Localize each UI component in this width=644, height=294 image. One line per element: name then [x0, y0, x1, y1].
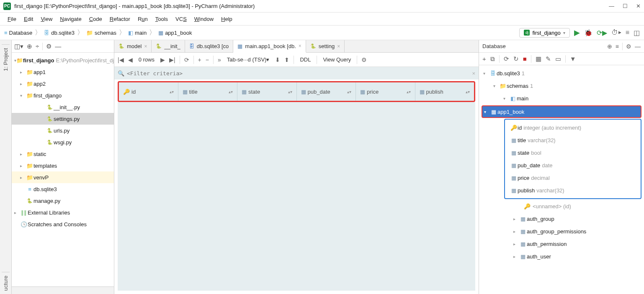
tree-item[interactable]: 🐍__init__.py [12, 101, 114, 113]
table-node-selected[interactable]: ▾▦ app1_book [482, 105, 641, 118]
remove-row-icon[interactable]: − [206, 56, 209, 63]
column-node[interactable]: ▦statebool [505, 146, 641, 159]
locate-icon[interactable]: ⊕ [27, 43, 32, 50]
tree-item-scratches[interactable]: 🕓Scratches and Consoles [12, 218, 114, 230]
close-tab-icon[interactable]: × [144, 43, 147, 49]
menu-help[interactable]: Help [218, 14, 236, 24]
table-body[interactable] [118, 102, 475, 291]
editor-tab[interactable]: 🗄db.sqlite3 [co [185, 40, 234, 52]
sync-icon[interactable]: ↻ [513, 55, 519, 63]
column-header[interactable]: ▦publish▴▾ [415, 82, 474, 101]
tree-item[interactable]: ▸📁app1 [12, 66, 114, 78]
menu-code[interactable]: Code [86, 14, 106, 24]
crumb-database[interactable]: ≡Database [4, 30, 32, 36]
menu-edit[interactable]: Edit [21, 14, 36, 24]
tree-item[interactable]: 🐍manage.py [12, 195, 114, 207]
first-row-icon[interactable]: |◀ [118, 56, 124, 63]
column-header[interactable]: ▦pub_date▴▾ [297, 82, 356, 101]
datasource-node[interactable]: ▾🗄 db.sqlite3 1 [479, 67, 644, 79]
hide-panel-icon[interactable]: — [55, 43, 61, 50]
stop-icon[interactable]: ■ [523, 55, 527, 62]
expand-icon[interactable]: ⊕ [607, 43, 612, 50]
next-row-icon[interactable]: ▶ [160, 56, 165, 63]
menu-run[interactable]: Run [134, 14, 151, 24]
table-node[interactable]: ▸▦auth_group_permissions [479, 225, 644, 238]
tree-item[interactable]: ▸📁app2 [12, 78, 114, 89]
hide-panel-icon[interactable]: — [635, 43, 641, 50]
refresh-icon[interactable]: ⟳ [504, 55, 509, 63]
column-node[interactable]: 🔑idinteger (auto increment) [505, 121, 641, 134]
tree-item[interactable]: ▸📁static [12, 148, 114, 160]
ddl-button[interactable]: DDL [298, 56, 312, 64]
edit-icon[interactable]: ✎ [546, 55, 551, 63]
gear-icon[interactable]: ⚙ [46, 43, 52, 50]
tree-item[interactable]: ▸📁templates [12, 160, 114, 171]
prev-row-icon[interactable]: ◀ [128, 56, 133, 63]
toolbar-panel-icon[interactable]: ◫ [634, 29, 640, 37]
column-header[interactable]: ▦state▴▾ [237, 82, 297, 101]
toolbar-list-icon[interactable]: ≡ [626, 29, 629, 36]
add-row-icon[interactable]: + [198, 56, 201, 63]
tool-tab-project[interactable]: 1: Project [2, 44, 10, 74]
menu-refactor[interactable]: Refactor [106, 14, 134, 24]
column-node[interactable]: ▦titlevarchar(32) [505, 134, 641, 146]
editor-tab[interactable]: 🐍setting× [306, 40, 345, 52]
close-tab-icon[interactable]: × [337, 43, 340, 49]
refresh-icon[interactable]: ⟳ [184, 56, 189, 63]
view-query-button[interactable]: View Query [321, 56, 353, 64]
console-icon[interactable]: ▭ [555, 55, 561, 63]
crumb-table[interactable]: ▦app1_book [158, 30, 192, 36]
download-icon[interactable]: ⬇ [275, 56, 280, 63]
add-datasource-icon[interactable]: + [482, 55, 486, 62]
coverage-button[interactable]: ⟳▶ [597, 29, 607, 37]
table-node[interactable]: ▸▦auth_permission [479, 238, 644, 250]
settings-gear-icon[interactable]: ⚙ [361, 56, 367, 63]
table-node[interactable]: ▸▦auth_user [479, 250, 644, 263]
database-tree[interactable]: ▾🗄 db.sqlite3 1 ▾📁 schemas 1 ▾◧ main ▾▦ … [479, 65, 644, 294]
crumb-schema[interactable]: ◧main [128, 30, 147, 36]
column-node[interactable]: ▦pricedecimal [505, 171, 641, 184]
tree-item[interactable]: ▾📁first_django [12, 89, 114, 101]
column-header[interactable]: ▦title▴▾ [178, 82, 238, 101]
column-node[interactable]: ▦pub_datedate [505, 159, 641, 171]
column-node[interactable]: ▦publishvarchar(32) [505, 184, 641, 197]
tool-tab-structure[interactable]: ucture [2, 272, 10, 294]
scroll-to-icon[interactable]: ÷ [36, 43, 39, 50]
debug-button[interactable]: 🐞 [584, 29, 592, 37]
menu-file[interactable]: File [4, 14, 20, 24]
schema-node[interactable]: ▾◧ main [479, 92, 644, 105]
upload-icon[interactable]: ⬆ [284, 56, 289, 63]
editor-tab-active[interactable]: ▦main.app1_book [db.× [233, 40, 306, 53]
table-node[interactable]: ▸▦auth_group [479, 212, 644, 225]
crumb-datasource[interactable]: 🗄db.sqlite3 [44, 30, 75, 36]
menu-navigate[interactable]: Navigate [57, 14, 85, 24]
run-button[interactable]: ▶ [574, 28, 580, 37]
menu-view[interactable]: View [37, 14, 56, 24]
duplicate-icon[interactable]: ⧉ [490, 55, 495, 63]
collapse-icon[interactable]: ≡ [616, 43, 619, 50]
project-root[interactable]: ▾📁 first_django E:\PythonProject\first_d… [12, 54, 114, 66]
tree-item[interactable]: 🐍urls.py [12, 125, 114, 136]
tree-item-selected[interactable]: 🐍settings.py [12, 113, 114, 125]
maximize-button[interactable]: ☐ [623, 3, 628, 9]
tree-item-ext-libs[interactable]: ▸∥∥External Libraries [12, 207, 114, 218]
menu-window[interactable]: Window [191, 14, 217, 24]
project-scrollbar[interactable] [12, 286, 114, 294]
editor-tab[interactable]: 🐍__init_ [152, 40, 185, 52]
column-header[interactable]: 🔑id▴▾ [119, 82, 178, 101]
editor-tab[interactable]: 🐍model× [114, 40, 152, 52]
close-button[interactable]: ✕ [636, 3, 641, 9]
last-row-icon[interactable]: ▶| [169, 56, 175, 63]
minimize-button[interactable]: — [609, 3, 614, 9]
menu-vcs[interactable]: VCS [172, 14, 190, 24]
export-mode[interactable]: Tab-se···d (TSV)▾ [225, 56, 271, 64]
menu-tools[interactable]: Tools [152, 14, 171, 24]
column-header[interactable]: ▦price▴▾ [356, 82, 415, 101]
tx-icon[interactable]: » [218, 56, 221, 63]
run-config-selector[interactable]: dj first_django ▾ [519, 28, 569, 38]
clear-filter-icon[interactable]: × [472, 70, 475, 77]
crumb-schemas[interactable]: 📁schemas [86, 30, 116, 36]
schemas-node[interactable]: ▾📁 schemas 1 [479, 79, 644, 92]
gear-icon[interactable]: ⚙ [626, 43, 631, 50]
select-opened-file-icon[interactable]: ◫▾ [14, 43, 23, 50]
